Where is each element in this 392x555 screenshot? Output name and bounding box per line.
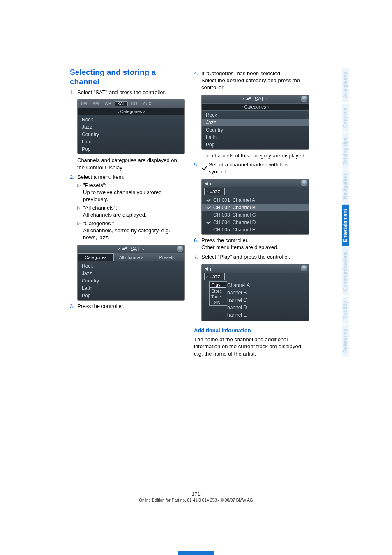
page-number: 171 xyxy=(0,491,392,497)
corner-icon xyxy=(301,96,307,102)
substep-categories: "Categories": All channels, sorted by ca… xyxy=(83,220,184,241)
step-2-text: Select a menu item: xyxy=(77,174,184,181)
list-item: Pop xyxy=(202,141,309,148)
channel-row: CH 004 Channel D xyxy=(202,219,309,226)
subbar-categories: ‹ Categories › xyxy=(78,108,184,115)
additional-info-heading: Additional information xyxy=(194,327,308,333)
triangle-bullet-icon: ▷ xyxy=(77,220,83,241)
check-icon xyxy=(206,198,211,203)
list-item: Rock xyxy=(78,262,184,270)
back-bar xyxy=(202,179,309,187)
screenshot-sat-tabs: FM AM WB SAT CD AUX ‹ Categories › Rock … xyxy=(77,99,185,154)
pill-label: Jazz xyxy=(210,274,220,280)
back-bar xyxy=(202,264,309,273)
step-6-text: Press the controller. Other menu items a… xyxy=(201,237,308,251)
sidetab-mobility[interactable]: Mobility xyxy=(342,297,349,324)
chevron-left-icon: ‹ xyxy=(242,96,244,102)
tab-am: AM xyxy=(90,101,101,106)
substep-presets: "Presets": Up to twelve channels you sto… xyxy=(83,182,184,203)
seg-allchannels: All channels xyxy=(114,253,150,261)
footer-line: Online Edition for Part no. 01 41 0 014 … xyxy=(139,498,253,502)
step-7-text: Select "Play" and press the controller. xyxy=(201,254,308,261)
list-item: Latin xyxy=(78,284,184,292)
pill-jazz: › Jazz xyxy=(204,273,225,280)
after-step1: Channels and categories are displayed on… xyxy=(77,157,184,171)
sidetab-entertainment[interactable]: Entertainment xyxy=(342,205,349,246)
screenshot-channel-list: › Jazz CH 001 Channel A CH 002 Channel B… xyxy=(201,179,309,235)
step-number-5: 5. xyxy=(194,162,201,176)
tab-cd: CD xyxy=(129,101,139,106)
sidetab-driving-tips[interactable]: Driving tips xyxy=(342,133,349,169)
corner-icon xyxy=(177,246,183,252)
chevron-right-icon: › xyxy=(206,190,208,194)
popup-tone: Tone xyxy=(210,294,227,300)
channel-code: CH 001 xyxy=(213,197,230,203)
tab-wb: WB xyxy=(102,101,113,106)
list-item: Rock xyxy=(202,111,309,119)
channel-code: CH 005 xyxy=(213,227,230,233)
subbar-categories: ‹ Categories › xyxy=(202,103,309,111)
tab-aux: AUX xyxy=(141,101,154,106)
channel-name: Channel A xyxy=(233,197,255,203)
step-number-2: 2. xyxy=(70,174,77,181)
screenshot-play-popup: › Jazz CH 001 Channel A hannel B hannel … xyxy=(201,264,309,321)
popup-esn: ESN xyxy=(210,300,227,305)
chevron-right-icon: › xyxy=(266,96,268,102)
title-bar: ‹ SAT › xyxy=(202,95,309,103)
step-1-text: Select "SAT" and press the controller. xyxy=(77,89,184,96)
step-6b: Other menu items are displayed. xyxy=(201,244,279,250)
channel-row: hannel D xyxy=(226,304,309,311)
channel-code: CH 004 xyxy=(213,220,230,225)
chevron-right-icon: › xyxy=(206,275,208,279)
sidetab-controls[interactable]: Controls xyxy=(342,104,349,132)
substep-text: Up to twelve channels you stored previou… xyxy=(83,189,162,202)
popup-play: Play xyxy=(210,282,226,288)
substep-label: "Presets": xyxy=(83,182,106,188)
pill-jazz: › Jazz xyxy=(204,188,225,195)
sidetab-at-a-glance[interactable]: At a glance xyxy=(342,68,349,102)
step-4a: If "Categories" has been selected: xyxy=(201,70,282,76)
title-bar: ‹ SAT › xyxy=(78,245,184,253)
list-item: Country xyxy=(78,131,184,138)
list-item: Jazz xyxy=(78,123,184,131)
list-item: Latin xyxy=(78,138,184,146)
substep-label: "All channels": xyxy=(83,205,117,211)
list-item: Pop xyxy=(78,146,184,153)
channel-row: hannel B xyxy=(226,289,309,296)
channel-name: Channel C xyxy=(233,212,256,218)
substep-text: All channels, sorted by category, e.g. n… xyxy=(83,227,170,240)
sidetab-communications[interactable]: Communications xyxy=(342,247,349,295)
footer-notch xyxy=(178,551,214,555)
step-4-text: If "Categories" has been selected: Selec… xyxy=(201,70,308,91)
section-heading: Selecting and storing a channel xyxy=(70,68,184,87)
step-5-text: Select a channel marked with this symbol… xyxy=(201,162,308,176)
corner-icon xyxy=(301,265,307,271)
back-arrow-icon xyxy=(205,266,211,271)
step-number-1: 1. xyxy=(70,89,77,96)
sidetab-navigation[interactable]: Navigation xyxy=(342,170,349,203)
popup-store: Store xyxy=(210,288,227,294)
list-item: Latin xyxy=(202,134,309,141)
channel-code: CH 003 xyxy=(213,212,230,218)
check-icon xyxy=(201,166,207,171)
substep-allchannels: "All channels": All channels are display… xyxy=(83,205,147,219)
list-item: Jazz xyxy=(78,270,184,277)
step-number-7: 7. xyxy=(194,254,201,261)
triangle-bullet-icon: ▷ xyxy=(77,205,83,219)
channel-row: CH 003 Channel C xyxy=(202,211,309,219)
channel-name: Channel D xyxy=(233,220,256,225)
step-3-text: Press the controller. xyxy=(77,303,184,310)
step-4b: Select the desired category and press th… xyxy=(201,77,300,90)
list-item: Country xyxy=(78,277,184,284)
channel-name: Channel B xyxy=(233,205,256,210)
step-number-4: 4. xyxy=(194,70,201,91)
additional-info-text: The name of the channel and additional i… xyxy=(194,336,308,358)
sidetab-reference[interactable]: Reference xyxy=(342,325,349,357)
tab-bar: FM AM WB SAT CD AUX xyxy=(78,99,184,108)
channel-row-selected: CH 002 Channel B xyxy=(202,204,309,211)
substep-text: All channels are displayed. xyxy=(83,212,147,218)
check-icon xyxy=(206,205,211,210)
screenshot-sat-segs: ‹ SAT › Categories All channels Presets … xyxy=(77,245,185,301)
pill-label: Jazz xyxy=(210,189,220,194)
step-5-body: Select a channel marked with this symbol… xyxy=(209,162,308,176)
